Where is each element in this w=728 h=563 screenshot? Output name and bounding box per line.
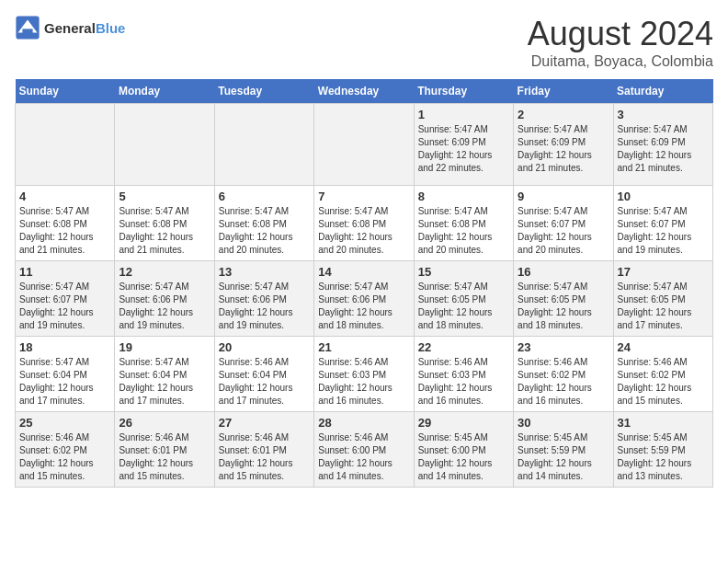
calendar-header-row: SundayMondayTuesdayWednesdayThursdayFrid…	[16, 79, 713, 104]
calendar-cell: 17Sunrise: 5:47 AM Sunset: 6:05 PM Dayli…	[613, 261, 712, 337]
day-info: Sunrise: 5:47 AM Sunset: 6:07 PM Dayligh…	[518, 205, 609, 257]
day-number: 29	[418, 416, 509, 430]
calendar-cell: 1Sunrise: 5:47 AM Sunset: 6:09 PM Daylig…	[414, 104, 513, 186]
header-tuesday: Tuesday	[214, 79, 313, 104]
day-info: Sunrise: 5:46 AM Sunset: 6:02 PM Dayligh…	[19, 431, 110, 483]
calendar-cell: 10Sunrise: 5:47 AM Sunset: 6:07 PM Dayli…	[613, 186, 712, 261]
calendar-week-5: 25Sunrise: 5:46 AM Sunset: 6:02 PM Dayli…	[16, 412, 713, 488]
calendar-cell: 14Sunrise: 5:47 AM Sunset: 6:06 PM Dayli…	[314, 261, 414, 337]
header-monday: Monday	[115, 79, 214, 104]
calendar-cell: 13Sunrise: 5:47 AM Sunset: 6:06 PM Dayli…	[214, 261, 313, 337]
title-area: August 2024 Duitama, Boyaca, Colombia	[528, 15, 713, 70]
day-info: Sunrise: 5:45 AM Sunset: 6:00 PM Dayligh…	[418, 431, 509, 483]
calendar-cell: 26Sunrise: 5:46 AM Sunset: 6:01 PM Dayli…	[115, 412, 214, 488]
calendar-cell: 23Sunrise: 5:46 AM Sunset: 6:02 PM Dayli…	[514, 337, 613, 412]
day-number: 17	[618, 265, 709, 279]
calendar-cell: 30Sunrise: 5:45 AM Sunset: 5:59 PM Dayli…	[514, 412, 613, 488]
calendar-subtitle: Duitama, Boyaca, Colombia	[528, 53, 713, 70]
calendar-cell: 11Sunrise: 5:47 AM Sunset: 6:07 PM Dayli…	[16, 261, 115, 337]
day-number: 5	[119, 190, 210, 203]
calendar-cell: 9Sunrise: 5:47 AM Sunset: 6:07 PM Daylig…	[514, 186, 613, 261]
day-info: Sunrise: 5:47 AM Sunset: 6:08 PM Dayligh…	[19, 205, 110, 257]
day-info: Sunrise: 5:47 AM Sunset: 6:06 PM Dayligh…	[219, 281, 310, 332]
calendar-cell: 28Sunrise: 5:46 AM Sunset: 6:00 PM Dayli…	[314, 412, 414, 488]
calendar-cell: 3Sunrise: 5:47 AM Sunset: 6:09 PM Daylig…	[613, 104, 712, 186]
day-info: Sunrise: 5:46 AM Sunset: 6:01 PM Dayligh…	[219, 431, 310, 483]
day-info: Sunrise: 5:46 AM Sunset: 6:04 PM Dayligh…	[219, 356, 310, 408]
calendar-cell: 5Sunrise: 5:47 AM Sunset: 6:08 PM Daylig…	[115, 186, 214, 261]
calendar-week-1: 1Sunrise: 5:47 AM Sunset: 6:09 PM Daylig…	[16, 104, 713, 186]
calendar-cell: 16Sunrise: 5:47 AM Sunset: 6:05 PM Dayli…	[514, 261, 613, 337]
day-info: Sunrise: 5:47 AM Sunset: 6:08 PM Dayligh…	[418, 205, 509, 257]
calendar-week-2: 4Sunrise: 5:47 AM Sunset: 6:08 PM Daylig…	[16, 186, 713, 261]
day-number: 12	[119, 265, 210, 279]
day-number: 23	[518, 340, 609, 354]
day-info: Sunrise: 5:46 AM Sunset: 6:02 PM Dayligh…	[518, 356, 609, 408]
day-info: Sunrise: 5:46 AM Sunset: 6:02 PM Dayligh…	[618, 356, 709, 408]
day-number: 10	[618, 190, 709, 203]
day-number: 21	[318, 340, 409, 354]
day-info: Sunrise: 5:47 AM Sunset: 6:05 PM Dayligh…	[618, 281, 709, 332]
day-number: 20	[219, 340, 310, 354]
day-number: 11	[19, 265, 110, 279]
day-number: 27	[219, 416, 310, 430]
day-number: 31	[618, 416, 709, 430]
calendar-cell: 8Sunrise: 5:47 AM Sunset: 6:08 PM Daylig…	[414, 186, 513, 261]
calendar-cell: 31Sunrise: 5:45 AM Sunset: 5:59 PM Dayli…	[613, 412, 712, 488]
day-number: 15	[418, 265, 509, 279]
day-info: Sunrise: 5:47 AM Sunset: 6:09 PM Dayligh…	[418, 123, 509, 175]
day-info: Sunrise: 5:47 AM Sunset: 6:06 PM Dayligh…	[318, 281, 409, 332]
day-info: Sunrise: 5:46 AM Sunset: 6:00 PM Dayligh…	[318, 431, 409, 483]
day-number: 16	[518, 265, 609, 279]
svg-rect-2	[22, 29, 32, 34]
calendar-title: August 2024	[528, 15, 713, 53]
day-info: Sunrise: 5:45 AM Sunset: 5:59 PM Dayligh…	[618, 431, 709, 483]
calendar-cell	[214, 104, 313, 186]
logo-icon	[15, 15, 40, 40]
day-number: 3	[618, 108, 709, 121]
calendar-cell: 6Sunrise: 5:47 AM Sunset: 6:08 PM Daylig…	[214, 186, 313, 261]
header-thursday: Thursday	[414, 79, 513, 104]
calendar-cell: 24Sunrise: 5:46 AM Sunset: 6:02 PM Dayli…	[613, 337, 712, 412]
logo: GeneralBlue	[15, 15, 125, 40]
calendar-cell	[16, 104, 115, 186]
header-wednesday: Wednesday	[314, 79, 414, 104]
day-info: Sunrise: 5:47 AM Sunset: 6:05 PM Dayligh…	[518, 281, 609, 332]
day-number: 24	[618, 340, 709, 354]
day-number: 13	[219, 265, 310, 279]
calendar-table: SundayMondayTuesdayWednesdayThursdayFrid…	[15, 79, 713, 488]
logo-text: GeneralBlue	[44, 20, 125, 36]
day-info: Sunrise: 5:47 AM Sunset: 6:08 PM Dayligh…	[318, 205, 409, 257]
day-info: Sunrise: 5:47 AM Sunset: 6:08 PM Dayligh…	[219, 205, 310, 257]
calendar-week-4: 18Sunrise: 5:47 AM Sunset: 6:04 PM Dayli…	[16, 337, 713, 412]
day-info: Sunrise: 5:46 AM Sunset: 6:01 PM Dayligh…	[119, 431, 210, 483]
day-info: Sunrise: 5:47 AM Sunset: 6:09 PM Dayligh…	[618, 123, 709, 175]
calendar-cell: 2Sunrise: 5:47 AM Sunset: 6:09 PM Daylig…	[514, 104, 613, 186]
calendar-cell: 19Sunrise: 5:47 AM Sunset: 6:04 PM Dayli…	[115, 337, 214, 412]
day-number: 7	[318, 190, 409, 203]
day-number: 14	[318, 265, 409, 279]
calendar-cell	[314, 104, 414, 186]
day-info: Sunrise: 5:46 AM Sunset: 6:03 PM Dayligh…	[318, 356, 409, 408]
header: GeneralBlue August 2024 Duitama, Boyaca,…	[15, 15, 713, 70]
day-number: 26	[119, 416, 210, 430]
day-number: 30	[518, 416, 609, 430]
calendar-cell: 27Sunrise: 5:46 AM Sunset: 6:01 PM Dayli…	[214, 412, 313, 488]
day-info: Sunrise: 5:47 AM Sunset: 6:07 PM Dayligh…	[19, 281, 110, 332]
day-number: 2	[518, 108, 609, 121]
day-number: 28	[318, 416, 409, 430]
day-number: 18	[19, 340, 110, 354]
calendar-cell: 25Sunrise: 5:46 AM Sunset: 6:02 PM Dayli…	[16, 412, 115, 488]
day-number: 8	[418, 190, 509, 203]
calendar-week-3: 11Sunrise: 5:47 AM Sunset: 6:07 PM Dayli…	[16, 261, 713, 337]
calendar-cell: 22Sunrise: 5:46 AM Sunset: 6:03 PM Dayli…	[414, 337, 513, 412]
calendar-cell: 20Sunrise: 5:46 AM Sunset: 6:04 PM Dayli…	[214, 337, 313, 412]
day-info: Sunrise: 5:47 AM Sunset: 6:04 PM Dayligh…	[119, 356, 210, 408]
day-info: Sunrise: 5:45 AM Sunset: 5:59 PM Dayligh…	[518, 431, 609, 483]
calendar-cell: 18Sunrise: 5:47 AM Sunset: 6:04 PM Dayli…	[16, 337, 115, 412]
day-info: Sunrise: 5:47 AM Sunset: 6:08 PM Dayligh…	[119, 205, 210, 257]
header-friday: Friday	[514, 79, 613, 104]
calendar-cell: 29Sunrise: 5:45 AM Sunset: 6:00 PM Dayli…	[414, 412, 513, 488]
day-number: 25	[19, 416, 110, 430]
calendar-cell: 15Sunrise: 5:47 AM Sunset: 6:05 PM Dayli…	[414, 261, 513, 337]
